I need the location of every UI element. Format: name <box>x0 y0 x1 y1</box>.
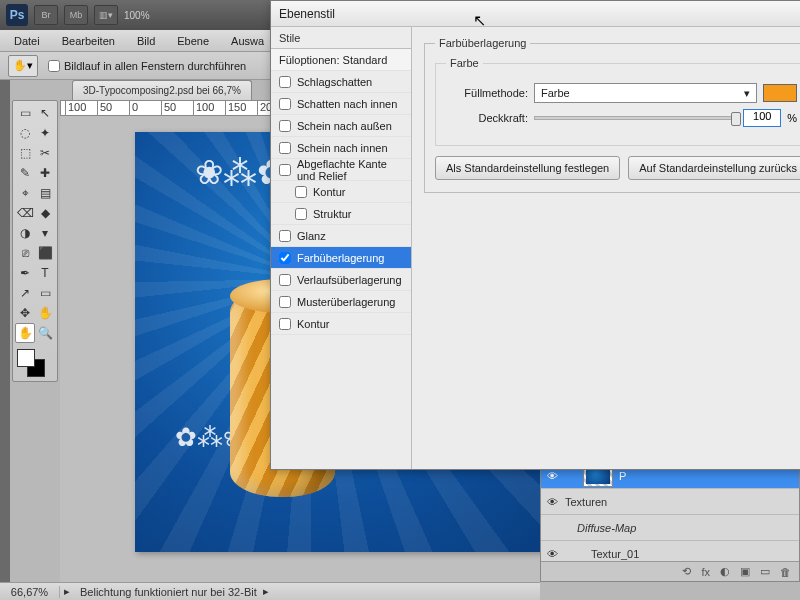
style-checkbox[interactable] <box>279 76 291 88</box>
style-label: Schein nach außen <box>297 120 392 132</box>
bridge-button[interactable]: Br <box>34 5 58 25</box>
tool-brush[interactable]: ⌖ <box>15 183 35 203</box>
style-item[interactable]: Schatten nach innen <box>271 93 411 115</box>
style-label: Struktur <box>313 208 352 220</box>
style-checkbox[interactable] <box>279 274 291 286</box>
current-tool-icon[interactable]: ✋▾ <box>8 55 38 77</box>
tool-shape[interactable]: ▭ <box>35 283 55 303</box>
tool-dodge[interactable]: ◑ <box>15 223 35 243</box>
style-checkbox[interactable] <box>279 318 291 330</box>
dialog-title[interactable]: Ebenenstil <box>271 1 800 27</box>
menu-bearbeiten[interactable]: Bearbeiten <box>52 33 125 49</box>
reset-default-button[interactable]: Auf Standardeinstellung zurücks <box>628 156 800 180</box>
settings-column: Farbüberlagerung Farbe Füllmethode: Farb… <box>412 27 800 469</box>
tool-slice[interactable]: ✂ <box>35 143 55 163</box>
opacity-input[interactable]: 100 <box>743 109 781 127</box>
scroll-all-checkbox[interactable]: Bildlauf in allen Fenstern durchführen <box>48 60 246 72</box>
styles-column: Stile Füloptionen: StandardSchlagschatte… <box>271 27 412 469</box>
style-label: Farbüberlagerung <box>297 252 384 264</box>
style-item[interactable]: Abgeflachte Kante und Relief <box>271 159 411 181</box>
opacity-label: Deckkraft: <box>446 112 528 124</box>
style-label: Schatten nach innen <box>297 98 397 110</box>
tool-eraser[interactable]: ⌫ <box>15 203 35 223</box>
link-icon[interactable]: ⟲ <box>682 565 691 578</box>
style-item[interactable]: Füloptionen: Standard <box>271 49 411 71</box>
menu-ebene[interactable]: Ebene <box>167 33 219 49</box>
style-checkbox[interactable] <box>279 120 291 132</box>
style-item[interactable]: Musterüberlagerung <box>271 291 411 313</box>
tool-stamp[interactable]: ▤ <box>35 183 55 203</box>
overlay-legend: Farbüberlagerung <box>435 37 530 49</box>
style-item[interactable]: Schein nach innen <box>271 137 411 159</box>
style-item[interactable]: Verlaufsüberlagerung <box>271 269 411 291</box>
menu-auswahl[interactable]: Auswa <box>221 33 274 49</box>
foreground-swatch[interactable] <box>17 349 35 367</box>
layer-name: Texturen <box>565 496 607 508</box>
tool-fill[interactable]: ⬛ <box>35 243 55 263</box>
status-zoom[interactable]: 66,67% <box>0 586 60 598</box>
tool-wand[interactable]: ✦ <box>35 123 55 143</box>
tool-eyedropper[interactable]: ✎ <box>15 163 35 183</box>
style-item[interactable]: Glanz <box>271 225 411 247</box>
tool-gradient[interactable]: ◆ <box>35 203 55 223</box>
visibility-icon[interactable]: 👁 <box>547 548 559 560</box>
layer-row[interactable]: 👁 Texturen <box>541 489 799 515</box>
color-legend: Farbe <box>446 57 483 69</box>
style-item[interactable]: Kontur <box>271 181 411 203</box>
mask-icon[interactable]: ◐ <box>720 565 730 578</box>
minibridge-button[interactable]: Mb <box>64 5 88 25</box>
overlay-color-swatch[interactable] <box>763 84 797 102</box>
trash-icon[interactable]: 🗑 <box>780 566 791 578</box>
tool-3d[interactable]: ✥ <box>15 303 35 323</box>
style-checkbox[interactable] <box>279 296 291 308</box>
menu-datei[interactable]: Datei <box>4 33 50 49</box>
color-swatches[interactable] <box>15 347 55 379</box>
style-label: Verlaufsüberlagerung <box>297 274 402 286</box>
style-checkbox[interactable] <box>295 208 307 220</box>
layer-name: P <box>619 470 626 482</box>
visibility-icon[interactable]: 👁 <box>547 496 559 508</box>
make-default-button[interactable]: Als Standardeinstellung festlegen <box>435 156 620 180</box>
style-checkbox[interactable] <box>279 252 291 264</box>
opacity-slider[interactable] <box>534 116 737 120</box>
style-checkbox[interactable] <box>279 164 291 176</box>
tool-path[interactable]: ↗ <box>15 283 35 303</box>
tool-zoom[interactable]: 🔍 <box>35 323 55 343</box>
tool-blur[interactable]: ▾ <box>35 223 55 243</box>
tool-3drotate[interactable]: ✋ <box>35 303 55 323</box>
app-icon: Ps <box>6 4 28 26</box>
dock-collapse-strip[interactable] <box>0 80 10 600</box>
style-item[interactable]: Schein nach außen <box>271 115 411 137</box>
style-checkbox[interactable] <box>279 142 291 154</box>
menu-bild[interactable]: Bild <box>127 33 165 49</box>
tool-crop[interactable]: ⬚ <box>15 143 35 163</box>
style-checkbox[interactable] <box>279 98 291 110</box>
tool-pen[interactable]: ✒ <box>15 263 35 283</box>
opacity-suffix: % <box>787 112 797 124</box>
tool-history[interactable]: ⎚ <box>15 243 35 263</box>
screenmode-button[interactable]: ▥▾ <box>94 5 118 25</box>
slider-knob[interactable] <box>731 112 741 126</box>
visibility-icon[interactable]: 👁 <box>547 470 559 482</box>
layer-row[interactable]: Diffuse-Map <box>541 515 799 541</box>
style-checkbox[interactable] <box>295 186 307 198</box>
tool-type[interactable]: T <box>35 263 55 283</box>
style-checkbox[interactable] <box>279 230 291 242</box>
tool-heal[interactable]: ✚ <box>35 163 55 183</box>
overlay-fieldset: Farbüberlagerung Farbe Füllmethode: Farb… <box>424 37 800 193</box>
style-item[interactable]: Schlagschatten <box>271 71 411 93</box>
document-tab[interactable]: 3D-Typocomposing2.psd bei 66,7% <box>72 80 252 100</box>
style-label: Füloptionen: Standard <box>279 54 387 66</box>
new-layer-icon[interactable]: ▭ <box>760 565 770 578</box>
tool-marquee[interactable]: ▭ <box>15 103 35 123</box>
blendmode-select[interactable]: Farbe▾ <box>534 83 757 103</box>
style-item[interactable]: Farbüberlagerung <box>271 247 411 269</box>
scroll-all-input[interactable] <box>48 60 60 72</box>
tool-hand[interactable]: ✋ <box>15 323 35 343</box>
adjust-icon[interactable]: ▣ <box>740 565 750 578</box>
style-item[interactable]: Kontur <box>271 313 411 335</box>
tool-move[interactable]: ↖ <box>35 103 55 123</box>
tool-lasso[interactable]: ◌ <box>15 123 35 143</box>
fx-icon[interactable]: fx <box>701 566 710 578</box>
style-item[interactable]: Struktur <box>271 203 411 225</box>
